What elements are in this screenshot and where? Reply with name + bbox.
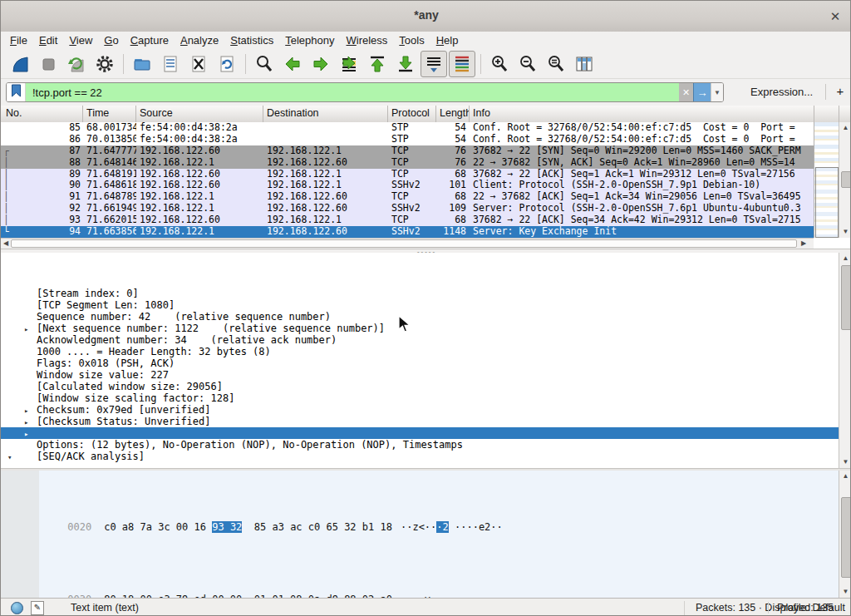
zoom-original-button[interactable] xyxy=(543,51,569,77)
column-header-time[interactable]: Time xyxy=(83,106,136,122)
detail-line[interactable]: Sequence number: 42 (relative sequence n… xyxy=(1,276,839,288)
scroll-left-arrow[interactable]: ◀ xyxy=(1,239,11,249)
hex-row[interactable]: 003080 18 00 e3 79 ed 00 00 01 01 08 0a … xyxy=(7,582,503,599)
go-to-top-button[interactable] xyxy=(364,51,391,77)
start-capture-button[interactable] xyxy=(7,51,33,77)
detail-line[interactable]: ▸ SSH Version 2 (encryption:chacha20-pol… xyxy=(1,462,839,468)
close-file-button[interactable] xyxy=(185,51,212,77)
open-file-button[interactable] xyxy=(129,51,155,77)
expand-arrow-icon[interactable]: ▸ xyxy=(24,323,28,335)
packet-row[interactable]: └ 94 71.663856741 192.168.122.1 192.168.… xyxy=(1,226,814,238)
detail-line[interactable]: [Stream index: 0] xyxy=(1,253,839,264)
save-file-button[interactable] xyxy=(157,51,184,77)
detail-line[interactable]: [Next sequence number: 1122 (relative se… xyxy=(1,288,839,299)
hex-vscrollbar[interactable]: ▲ ▼ xyxy=(839,471,851,598)
detail-line[interactable]: ▸ Flags: 0x018 (PSH, ACK) xyxy=(1,323,839,334)
scrollbar-thumb[interactable] xyxy=(841,265,851,330)
column-header-length[interactable]: Length xyxy=(436,106,470,122)
scroll-down-arrow[interactable]: ▼ xyxy=(839,586,851,598)
filter-apply-button[interactable]: → xyxy=(693,83,711,101)
detail-line[interactable]: [Checksum Status: Unverified] xyxy=(1,381,839,392)
detail-line[interactable]: TCP payload (1080 bytes) xyxy=(1,439,839,451)
scroll-up-arrow[interactable]: ▲ xyxy=(839,253,851,264)
detail-line[interactable]: ▸ [Timestamps] xyxy=(1,427,839,439)
zoom-out-button[interactable] xyxy=(514,51,541,77)
detail-line[interactable]: Urgent pointer: 0 xyxy=(1,392,839,404)
scroll-right-arrow[interactable]: ▶ xyxy=(799,239,809,249)
minimap-viewport[interactable] xyxy=(815,167,839,238)
menu-item[interactable]: Statistics xyxy=(224,32,279,48)
detail-line[interactable]: Acknowledgment number: 34 (relative ack … xyxy=(1,299,839,311)
restart-capture-button[interactable] xyxy=(63,51,90,77)
scrollbar-thumb[interactable] xyxy=(841,171,851,188)
menu-item[interactable]: Tools xyxy=(393,32,430,48)
expand-arrow-icon[interactable]: ▸ xyxy=(24,405,28,416)
expand-arrow-icon[interactable]: ▾ xyxy=(7,451,12,463)
column-header-info[interactable]: Info xyxy=(470,106,851,122)
menu-item[interactable]: Analyze xyxy=(175,32,224,48)
packet-row[interactable]: 86 70.013850163 fe:54:00:d4:38:2a STP 54… xyxy=(1,134,814,145)
menu-item[interactable]: Go xyxy=(98,32,124,48)
scrollbar-thumb[interactable] xyxy=(841,497,851,578)
intelligent-scrollbar-minimap[interactable] xyxy=(814,122,839,238)
hex-row[interactable]: 0020c0 a8 7a 3c 00 16 93 32 85 a3 ac c0 … xyxy=(7,510,503,546)
scroll-down-arrow[interactable]: ▼ xyxy=(839,456,851,468)
capture-comment-icon[interactable]: ✎ xyxy=(31,601,44,615)
expand-arrow-icon[interactable]: ▸ xyxy=(24,416,28,428)
packet-row[interactable]: 85 68.001734936 fe:54:00:d4:38:2a STP 54… xyxy=(1,122,814,134)
scroll-up-arrow[interactable]: ▲ xyxy=(839,122,851,134)
packet-list-vscrollbar[interactable]: ▲ ▼ xyxy=(839,122,851,238)
display-filter-input[interactable]: !tcp.port == 22 ✕ → ▼ xyxy=(6,82,724,102)
packet-row[interactable]: ┌ 87 71.647777234 192.168.122.60 192.168… xyxy=(1,145,814,157)
zoom-in-button[interactable] xyxy=(486,51,513,77)
detail-line[interactable]: 1000 .... = Header Length: 32 bytes (8) xyxy=(1,311,839,323)
packet-row[interactable]: │ 89 71.648191037 192.168.122.60 192.168… xyxy=(1,169,814,180)
column-header-protocol[interactable]: Protocol xyxy=(388,106,436,122)
detail-line[interactable]: [TCP Segment Len: 1080] xyxy=(1,264,839,276)
reload-file-button[interactable] xyxy=(214,51,240,77)
go-back-button[interactable] xyxy=(279,51,306,77)
menu-item[interactable]: Edit xyxy=(33,32,63,48)
detail-line[interactable]: ▾ SSH Protocol xyxy=(1,451,839,462)
add-filter-button[interactable]: + xyxy=(832,82,849,101)
resize-columns-button[interactable] xyxy=(571,51,598,77)
menu-item[interactable]: Telephony xyxy=(279,32,340,48)
scroll-down-arrow[interactable]: ▼ xyxy=(839,226,851,238)
find-packet-button[interactable] xyxy=(251,51,278,77)
filter-clear-button[interactable]: ✕ xyxy=(679,83,693,101)
detail-line[interactable]: Window size value: 227 xyxy=(1,334,839,346)
packet-list-hscrollbar[interactable]: ◀ ▶ xyxy=(1,238,814,249)
menu-item[interactable]: Wireless xyxy=(341,32,394,48)
profile-label[interactable]: Profile: Default xyxy=(768,602,845,614)
expand-arrow-icon[interactable]: ▸ xyxy=(24,428,28,440)
expert-info-icon[interactable] xyxy=(11,602,23,614)
go-to-bottom-button[interactable] xyxy=(392,51,419,77)
go-to-packet-button[interactable] xyxy=(336,51,362,77)
column-header-destination[interactable]: Destination xyxy=(263,106,388,122)
auto-scroll-button[interactable] xyxy=(421,51,447,77)
detail-line[interactable]: ▸ Options: (12 bytes), No-Operation (NOP… xyxy=(1,404,839,416)
menu-item[interactable]: Help xyxy=(430,32,465,48)
packet-row[interactable]: │ 92 71.661949820 192.168.122.1 192.168.… xyxy=(1,203,814,214)
filter-bookmark-button[interactable] xyxy=(7,83,26,101)
close-window-button[interactable]: ✕ xyxy=(825,7,845,27)
detail-line[interactable]: [Calculated window size: 29056] xyxy=(1,346,839,357)
filter-dropdown-caret[interactable]: ▼ xyxy=(711,83,723,101)
menu-item[interactable]: File xyxy=(4,32,33,48)
menu-item[interactable]: View xyxy=(63,32,98,48)
stop-capture-button[interactable] xyxy=(35,51,61,77)
go-forward-button[interactable] xyxy=(307,51,334,77)
details-vscrollbar[interactable]: ▲ ▼ xyxy=(839,253,851,468)
filter-text[interactable]: !tcp.port == 22 xyxy=(26,83,679,101)
detail-line[interactable]: Checksum: 0x79ed [unverified] xyxy=(1,369,839,381)
packet-row[interactable]: │ 93 71.662015274 192.168.122.60 192.168… xyxy=(1,214,814,226)
expression-button[interactable]: Expression... xyxy=(750,86,813,98)
detail-line[interactable]: ▸ [SEQ/ACK analysis] xyxy=(1,416,839,427)
detail-line[interactable]: [Window size scaling factor: 128] xyxy=(1,357,839,369)
packet-row[interactable]: │ 88 71.648146932 192.168.122.1 192.168.… xyxy=(1,157,814,169)
scroll-up-arrow[interactable]: ▲ xyxy=(839,471,851,482)
column-header-no[interactable]: No. xyxy=(1,106,83,122)
scrollbar-thumb[interactable] xyxy=(11,239,797,248)
packet-row[interactable]: │ 91 71.648789678 192.168.122.1 192.168.… xyxy=(1,191,814,203)
packet-row[interactable]: │ 90 71.648618924 192.168.122.60 192.168… xyxy=(1,180,814,191)
